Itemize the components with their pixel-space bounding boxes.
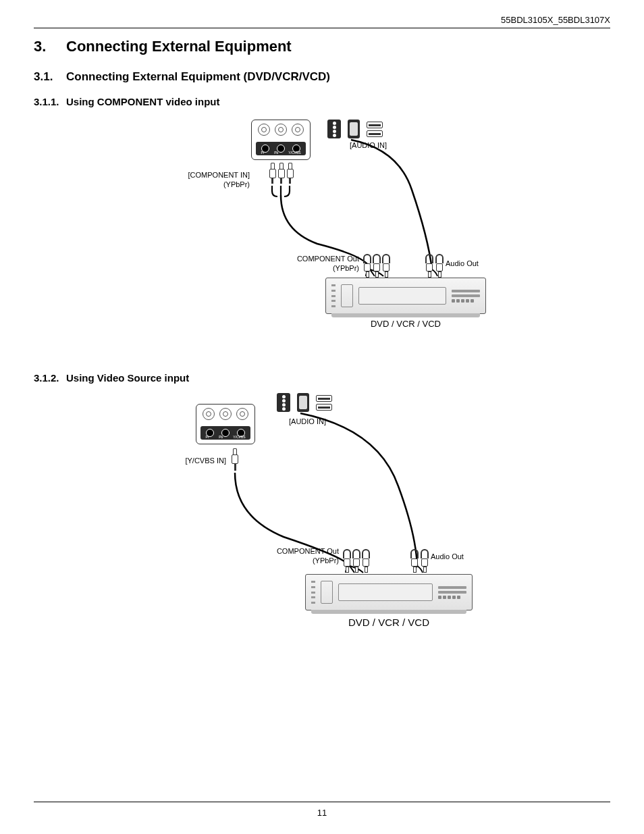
rca-plug-down-icon	[435, 254, 444, 278]
device-caption: DVD / VCR / VCD	[325, 319, 486, 329]
rca-plug-icon	[277, 163, 285, 184]
heading-3b: 3.1.2. Using Video Source input	[34, 372, 610, 384]
rca-plug-down-icon	[382, 254, 390, 278]
component-plugs-device	[343, 549, 370, 573]
label-ycvbs-in: [Y/CVBS IN]	[162, 457, 226, 465]
page-number: 11	[317, 808, 327, 818]
label-audio-in: [AUDIO IN]	[289, 417, 326, 425]
diagram-video-source: Pr Pb Y/CVBS [AUDIO IN] [Y/CVBS IN] COMP…	[182, 392, 587, 648]
label-component-out-1: COMPONENT Out	[269, 547, 339, 555]
rca-plug-down-icon	[343, 549, 351, 573]
port-icon	[348, 120, 360, 138]
component-plugs-device	[363, 254, 390, 278]
heading-3a: 3.1.1. Using COMPONENT video input	[34, 96, 610, 107]
label-component-in-2: (YPbPr)	[182, 180, 250, 188]
audio-plugs-device	[410, 549, 429, 573]
rca-jack-icon	[292, 124, 304, 136]
rca-plug-down-icon	[352, 549, 360, 573]
port-label-pb: Pb	[219, 435, 223, 439]
rca-plug-down-icon	[373, 254, 381, 278]
display-input-panel: Pr Pb Y/CVBS	[196, 404, 255, 444]
model-number: 55BDL3105X_55BDL3107X	[501, 15, 610, 25]
heading-1-number: 3.	[34, 38, 66, 55]
aux-port-group	[327, 120, 383, 138]
component-plugs-display	[269, 163, 294, 184]
rca-plug-icon	[286, 163, 294, 184]
port-label-pr: Pr	[261, 151, 264, 155]
heading-2-number: 3.1.	[34, 70, 66, 84]
rca-jack-icon	[236, 408, 248, 420]
heading-2: 3.1. Connecting External Equipment (DVD/…	[34, 70, 610, 84]
label-component-out-2: (YPbPr)	[289, 264, 359, 272]
page-footer: 11	[34, 802, 610, 818]
label-component-in-1: [COMPONENT IN]	[182, 171, 250, 179]
label-audio-out: Audio Out	[431, 552, 464, 561]
heading-1: 3. Connecting External Equipment	[34, 38, 610, 55]
audio-plugs-device	[425, 254, 444, 278]
device-caption: DVD / VCR / VCD	[305, 617, 473, 628]
page-header: 55BDL3105X_55BDL3107X	[34, 15, 610, 28]
port-label-pr: Pr	[205, 435, 209, 439]
cvbs-plug-display	[232, 448, 238, 471]
label-audio-out: Audio Out	[446, 259, 479, 267]
rca-jack-icon	[219, 408, 232, 420]
port-label-pb: Pb	[274, 151, 278, 155]
usb-port-icon	[367, 120, 383, 138]
diagram-component-video: Pr Pb Y/CVBS [AUDIO IN] [COMPONENT IN] (…	[209, 115, 587, 345]
label-audio-in: [AUDIO IN]	[350, 141, 387, 149]
usb-port-icon	[316, 393, 332, 412]
port-icon	[277, 393, 290, 412]
heading-3a-text: Using COMPONENT video input	[66, 96, 220, 107]
heading-3a-number: 3.1.1.	[34, 96, 66, 107]
port-label-ycvbs: Y/CVBS	[233, 435, 245, 439]
rca-plug-down-icon	[362, 549, 370, 573]
port-icon	[297, 393, 309, 412]
rca-plug-down-icon	[363, 254, 371, 278]
rca-plug-down-icon	[425, 254, 433, 278]
heading-3b-text: Using Video Source input	[66, 372, 189, 384]
aux-port-group	[277, 393, 332, 412]
label-component-out-2: (YPbPr)	[269, 556, 339, 565]
label-component-out-1: COMPONENT Out	[289, 255, 359, 263]
heading-2-text: Connecting External Equipment (DVD/VCR/V…	[66, 70, 330, 84]
rca-plug-down-icon	[410, 549, 419, 573]
heading-3b-number: 3.1.2.	[34, 372, 66, 384]
port-label-ycvbs: Y/CVBS	[288, 151, 300, 155]
rca-jack-icon	[258, 124, 270, 136]
dvd-vcr-vcd-device	[305, 574, 473, 610]
heading-1-text: Connecting External Equipment	[66, 38, 292, 55]
rca-plug-icon	[269, 163, 276, 184]
rca-plug-down-icon	[421, 549, 429, 573]
rca-jack-icon	[203, 408, 215, 420]
dvd-vcr-vcd-device	[325, 278, 486, 314]
port-icon	[327, 120, 341, 138]
display-input-panel: Pr Pb Y/CVBS	[251, 120, 311, 160]
rca-jack-icon	[275, 124, 287, 136]
